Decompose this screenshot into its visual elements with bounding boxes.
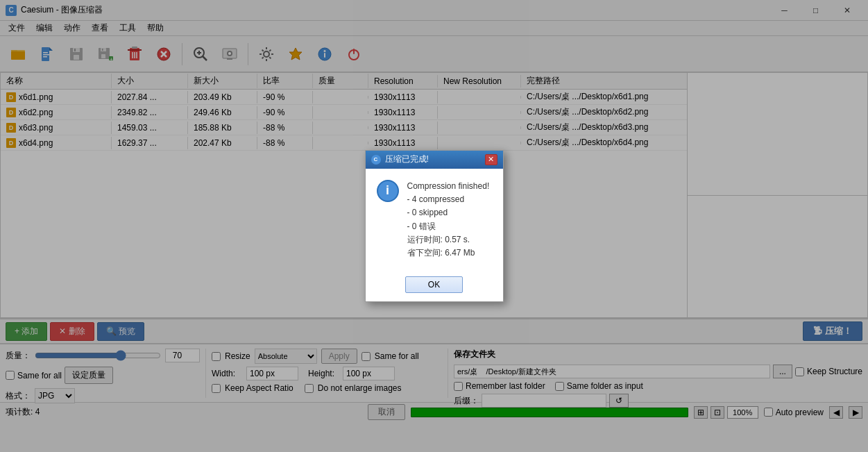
msg-line4: - 0 错误 <box>407 221 436 231</box>
dialog-footer: OK <box>366 271 503 301</box>
dialog-icon: C <box>371 155 381 165</box>
msg-line6: 省下空间: 6.47 Mb <box>407 248 475 258</box>
modal-overlay: C 压缩已完成! ✕ i Compression finished! - 4 c… <box>0 0 868 452</box>
msg-line2: - 4 compressed <box>407 194 465 204</box>
dialog-info-icon: i <box>377 180 399 202</box>
dialog-close-button[interactable]: ✕ <box>485 154 497 165</box>
dialog-title: 压缩已完成! <box>385 153 429 165</box>
dialog-body: i Compression finished! - 4 compressed -… <box>366 169 503 271</box>
msg-line5: 运行时间: 0.57 s. <box>407 235 470 244</box>
dialog-titlebar: C 压缩已完成! ✕ <box>366 151 503 169</box>
msg-line1: Compression finished! <box>407 181 490 191</box>
msg-line3: - 0 skipped <box>407 208 448 217</box>
ok-button[interactable]: OK <box>405 276 463 293</box>
compression-dialog: C 压缩已完成! ✕ i Compression finished! - 4 c… <box>365 150 504 302</box>
dialog-title-left: C 压缩已完成! <box>371 153 429 165</box>
dialog-message: Compression finished! - 4 compressed - 0… <box>407 180 490 260</box>
